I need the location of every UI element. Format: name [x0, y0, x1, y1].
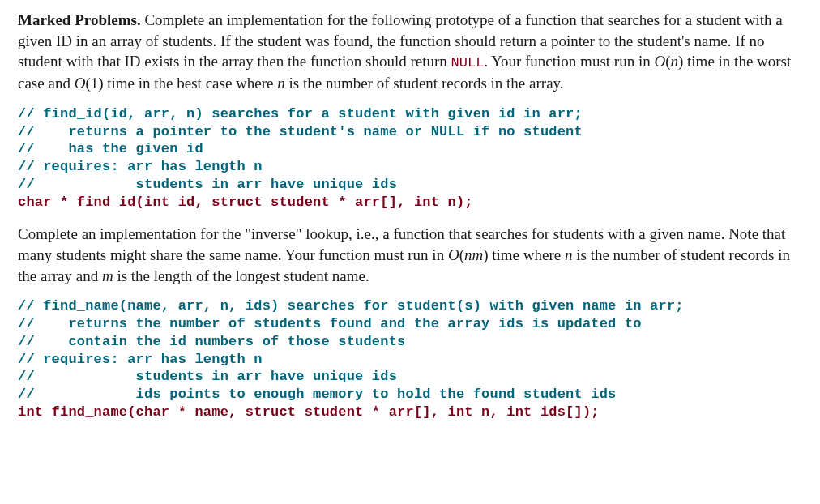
code1-comment-2: // returns a pointer to the student's na… [18, 124, 583, 139]
problem1-text-d: time in the best case where [104, 75, 278, 92]
n-1: n [670, 53, 678, 70]
bigO-1: O [654, 53, 665, 70]
paren-2: (1) [85, 75, 103, 92]
code2-comment-6: // ids points to enough memory to hold t… [18, 387, 617, 402]
problem1-text-b: . Your function must run in [484, 53, 654, 70]
code2-comment-5: // students in arr have unique ids [18, 369, 397, 384]
problem2-text-d: is the length of the longest student nam… [113, 267, 369, 284]
code2-comment-3: // contain the id numbers of those stude… [18, 334, 405, 349]
code2-comment-4: // requires: arr has length n [18, 352, 263, 367]
problem2-paragraph: Complete an implementation for the "inve… [18, 224, 802, 286]
code1-comment-3: // has the given id [18, 141, 203, 156]
code1-comment-4: // requires: arr has length n [18, 159, 263, 174]
bigO-3: O [448, 246, 459, 263]
code2-comment-2: // returns the number of students found … [18, 316, 642, 331]
m: m [102, 267, 113, 284]
code1-comment-5: // students in arr have unique ids [18, 177, 397, 192]
problem1-paragraph: Marked Problems. Complete an implementat… [18, 10, 802, 94]
bigO-2: O [75, 75, 86, 92]
n-2: n [277, 75, 285, 92]
code2-comment-1: // find_name(name, arr, n, ids) searches… [18, 298, 684, 314]
code1-signature: char * find_id(int id, struct student * … [18, 194, 473, 210]
null-token: NULL [451, 55, 485, 70]
problem1-text-e: is the number of student records in the … [285, 75, 564, 92]
section-heading: Marked Problems. [18, 11, 141, 28]
code2-signature: int find_name(char * name, struct studen… [18, 404, 600, 420]
code-block-1: // find_id(id, arr, n) searches for a st… [18, 105, 802, 211]
problem2-text-b: time where [489, 246, 565, 263]
code1-comment-1: // find_id(id, arr, n) searches for a st… [18, 106, 583, 122]
code-block-2: // find_name(name, arr, n, ids) searches… [18, 297, 802, 421]
nm: nm [464, 246, 483, 263]
